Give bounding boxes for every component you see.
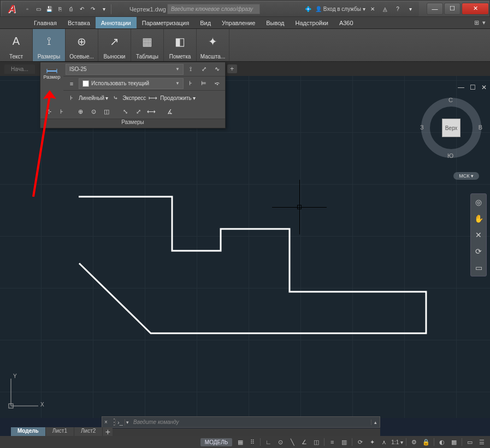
dim-textedit-icon[interactable]: ⟷: [145, 107, 157, 117]
nav-zoom-icon[interactable]: ✕: [473, 229, 485, 241]
status-osnap-icon[interactable]: ∠: [298, 437, 310, 447]
status-polar-icon[interactable]: ⊙: [274, 437, 286, 447]
help-icon[interactable]: ?: [393, 4, 403, 14]
panel-dimensions[interactable]: ⟟ Размеры: [33, 29, 66, 61]
tab-parametric[interactable]: Параметризация: [137, 17, 194, 28]
dim-linear-icon[interactable]: ⊦: [66, 92, 78, 103]
panel-centerlines[interactable]: ⊕ Осевые...: [66, 29, 98, 61]
chevron-down-icon[interactable]: ▾: [193, 95, 196, 101]
status-lineweight-icon[interactable]: ≡: [326, 437, 338, 447]
status-customize-icon[interactable]: ☰: [476, 437, 488, 447]
qat-new-icon[interactable]: ▫: [22, 4, 32, 14]
viewcube[interactable]: Верх С Ю З В: [421, 98, 481, 158]
dim-jog-icon[interactable]: ⤽: [211, 78, 223, 89]
dim-express-label[interactable]: Экспресс: [122, 95, 146, 101]
dim-express-icon[interactable]: ⤷: [109, 92, 121, 103]
window-close-button[interactable]: ✕: [462, 3, 489, 15]
dim-textangle-icon[interactable]: ⤢: [132, 107, 144, 117]
ucs-dropdown[interactable]: МСК ▾: [453, 172, 479, 180]
status-cleanscreen-icon[interactable]: ▭: [464, 437, 476, 447]
nav-orbit-icon[interactable]: ⟳: [473, 245, 485, 257]
help-caret-icon[interactable]: ▾: [405, 4, 415, 14]
app-menu-icon[interactable]: A: [2, 2, 22, 16]
tab-home[interactable]: Главная: [28, 17, 62, 28]
tab-a360[interactable]: A360: [334, 17, 359, 28]
dimlayer-dropdown[interactable]: Использовать текущий ▼: [79, 78, 184, 89]
cmd-input[interactable]: Введите команду: [130, 419, 371, 425]
tab-output[interactable]: Вывод: [261, 17, 290, 28]
viewcube-south[interactable]: Ю: [447, 152, 453, 159]
status-autoscale-icon[interactable]: ⋏: [378, 437, 390, 447]
status-lock-icon[interactable]: 🔒: [420, 437, 432, 447]
qat-more-icon[interactable]: ▾: [99, 4, 109, 14]
tab-insert[interactable]: Вставка: [62, 17, 96, 28]
dim-layer-icon[interactable]: ≡: [66, 78, 78, 89]
status-anno-scale[interactable]: 1:1 ▾: [390, 439, 404, 445]
featured-apps-icon[interactable]: ⊞: [474, 19, 479, 26]
cmd-close-icon[interactable]: ×: [102, 419, 110, 425]
status-transparency-icon[interactable]: ▥: [338, 437, 350, 447]
panel-text[interactable]: A Текст: [0, 29, 33, 61]
status-iso-icon[interactable]: ╲: [286, 437, 298, 447]
qat-saveas-icon[interactable]: ⎘: [55, 4, 65, 14]
dim-break-icon[interactable]: ⊦: [185, 78, 197, 89]
a360-icon[interactable]: ◬: [380, 4, 390, 14]
dim-reassoc-icon[interactable]: ⤢: [198, 64, 210, 75]
cmd-history-icon[interactable]: ▴: [371, 420, 380, 425]
qat-redo-icon[interactable]: ↷: [88, 4, 98, 14]
command-line[interactable]: × ⋮ ›_ ▾ Введите команду ▴: [102, 416, 380, 428]
panel-tables[interactable]: ▦ Таблицы: [131, 29, 164, 61]
panel-leaders[interactable]: ↗ Выноски: [98, 29, 131, 61]
ribbon-caret-icon[interactable]: ▾: [482, 19, 486, 26]
dim-space-icon[interactable]: ⊨: [198, 78, 210, 89]
dim-inspect-icon[interactable]: ◫: [101, 107, 113, 117]
nav-pan-icon[interactable]: ✋: [473, 213, 485, 225]
dim-center-icon[interactable]: ⊙: [87, 107, 99, 117]
status-model-toggle[interactable]: МОДЕЛЬ: [200, 438, 232, 446]
nav-fullnav-icon[interactable]: ◎: [473, 196, 485, 208]
dimstyle-dropdown[interactable]: ISO-25 ▼: [66, 64, 184, 75]
window-maximize-button[interactable]: ☐: [444, 3, 461, 15]
panel-markup[interactable]: ◧ Пометка: [164, 29, 197, 61]
tab-plugins[interactable]: Надстройки: [290, 17, 334, 28]
subscription-icon[interactable]: 💠: [303, 4, 313, 14]
dim-tolerance-icon[interactable]: ⊕: [74, 107, 86, 117]
window-minimize-button[interactable]: —: [427, 3, 443, 15]
status-annomon-icon[interactable]: ✦: [366, 437, 378, 447]
dim-continue-label[interactable]: Продолжить: [160, 95, 191, 101]
tab-manage[interactable]: Управление: [216, 17, 261, 28]
cmd-prompt-icon[interactable]: ›_: [115, 419, 125, 426]
qat-save-icon[interactable]: 💾: [44, 4, 54, 14]
filetab-start[interactable]: Нача...: [4, 64, 35, 74]
search-input[interactable]: Введите ключевое слово/фразу: [167, 4, 260, 14]
tab-view[interactable]: Вид: [194, 17, 216, 28]
tab-annotate[interactable]: Аннотации: [96, 17, 137, 28]
viewcube-east[interactable]: В: [479, 124, 482, 131]
signin-button[interactable]: 👤 Вход в службы ▾: [315, 6, 365, 12]
viewcube-face-top[interactable]: Верх: [442, 119, 461, 137]
status-cycle-icon[interactable]: ⟳: [354, 437, 366, 447]
qat-plot-icon[interactable]: ⎙: [66, 4, 76, 14]
dim-oblique-icon[interactable]: ⤡: [119, 107, 131, 117]
dim-override-icon[interactable]: ∿: [211, 64, 223, 75]
exchange-icon[interactable]: ✕: [368, 4, 377, 14]
dim-update-icon[interactable]: ⟟: [185, 64, 197, 75]
chevron-down-icon[interactable]: ▾: [105, 95, 108, 101]
status-grid-icon[interactable]: ▦: [234, 437, 246, 447]
nav-showmotion-icon[interactable]: ▭: [473, 262, 485, 274]
dim-linear-label[interactable]: Линейный: [79, 95, 104, 101]
panel-scale[interactable]: ✦ Масшта...: [197, 29, 229, 61]
status-hardware-icon[interactable]: ◐: [436, 437, 448, 447]
status-workspace-icon[interactable]: ⚙: [408, 437, 420, 447]
qat-open-icon[interactable]: ▭: [33, 4, 43, 14]
dim-angular-icon[interactable]: ∡: [164, 107, 176, 117]
status-isolate-icon[interactable]: ▩: [448, 437, 460, 447]
qat-undo-icon[interactable]: ↶: [77, 4, 87, 14]
cmd-grip-icon[interactable]: ⋮: [110, 417, 115, 427]
status-snap-icon[interactable]: ⠿: [246, 437, 258, 447]
viewcube-west[interactable]: З: [420, 124, 424, 131]
filetab-add-button[interactable]: +: [227, 64, 237, 73]
status-ortho-icon[interactable]: ∟: [262, 437, 274, 447]
dim-continue-icon[interactable]: ⟼: [147, 92, 159, 103]
viewcube-north[interactable]: С: [448, 97, 453, 103]
